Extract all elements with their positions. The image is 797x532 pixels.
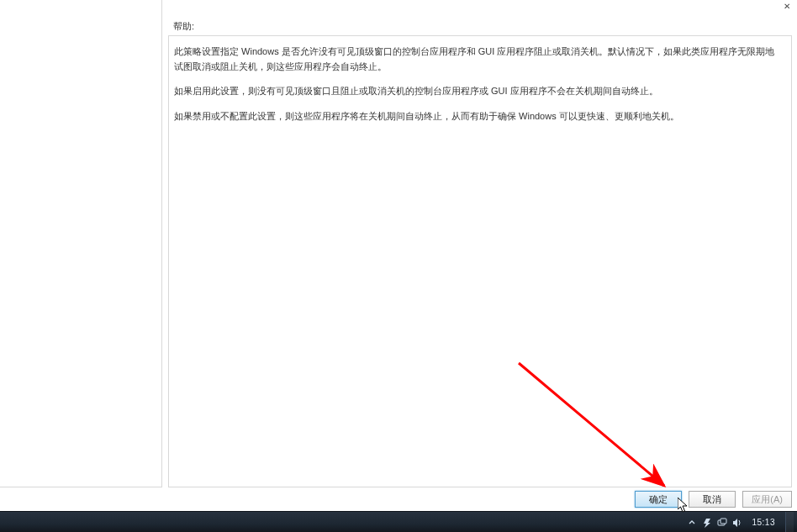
help-text: 此策略设置指定 Windows 是否允许没有可见顶级窗口的控制台应用程序和 GU… [169,36,791,140]
svg-rect-1 [720,519,726,524]
left-panel [0,0,162,487]
apply-button: 应用(A) [742,491,792,508]
help-paragraph-3: 如果禁用或不配置此设置，则这些应用程序将在关机期间自动终止，从而有助于确保 Wi… [174,109,781,124]
help-paragraph-1: 此策略设置指定 Windows 是否允许没有可见顶级窗口的控制台应用程序和 GU… [174,45,781,74]
taskbar[interactable]: 15:13 [0,511,797,532]
network-icon[interactable] [716,517,728,529]
help-label: 帮助: [173,20,194,33]
system-tray[interactable]: 15:13 [686,512,794,532]
ok-button[interactable]: 确定 [635,491,682,508]
tray-overflow-icon[interactable] [686,517,698,529]
cancel-button[interactable]: 取消 [689,491,736,508]
volume-icon[interactable] [731,517,743,529]
dialog-button-row: 确定 取消 应用(A) [0,487,797,511]
help-content-panel: 此策略设置指定 Windows 是否允许没有可见顶级窗口的控制台应用程序和 GU… [168,35,792,487]
help-paragraph-2: 如果启用此设置，则没有可见顶级窗口且阻止或取消关机的控制台应用程序或 GUI 应… [174,84,781,99]
show-desktop-button[interactable] [785,512,794,532]
close-icon[interactable]: ✕ [784,2,790,11]
taskbar-clock[interactable]: 15:13 [752,518,775,527]
dialog-window: ✕ 帮助: 此策略设置指定 Windows 是否允许没有可见顶级窗口的控制台应用… [0,0,797,511]
action-center-icon[interactable] [701,517,713,529]
